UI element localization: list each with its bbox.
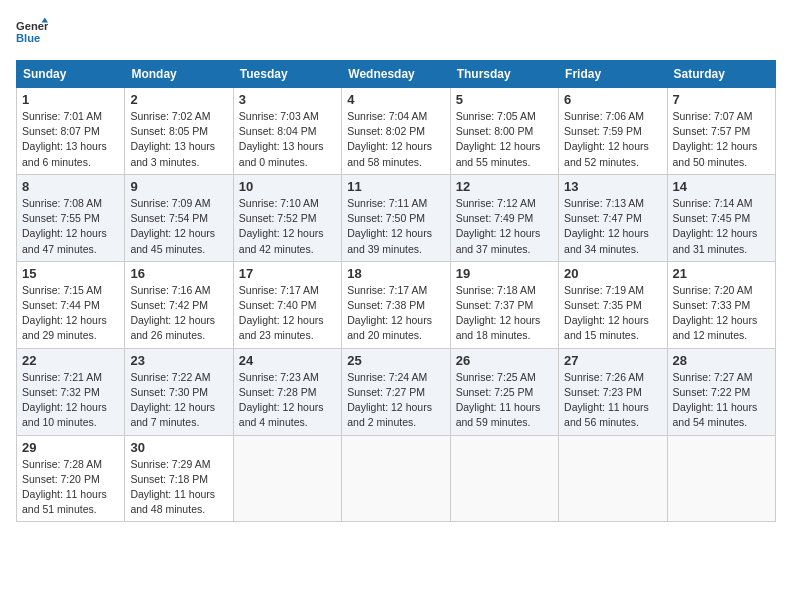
- calendar-cell: 22 Sunrise: 7:21 AM Sunset: 7:32 PM Dayl…: [17, 348, 125, 435]
- day-info: Sunrise: 7:08 AM Sunset: 7:55 PM Dayligh…: [22, 196, 119, 257]
- calendar-cell: [450, 435, 558, 522]
- weekday-header-wednesday: Wednesday: [342, 61, 450, 88]
- day-info: Sunrise: 7:20 AM Sunset: 7:33 PM Dayligh…: [673, 283, 770, 344]
- calendar-cell: [233, 435, 341, 522]
- day-number: 9: [130, 179, 227, 194]
- day-number: 19: [456, 266, 553, 281]
- day-number: 23: [130, 353, 227, 368]
- weekday-header-tuesday: Tuesday: [233, 61, 341, 88]
- day-number: 25: [347, 353, 444, 368]
- day-info: Sunrise: 7:10 AM Sunset: 7:52 PM Dayligh…: [239, 196, 336, 257]
- weekday-header-friday: Friday: [559, 61, 667, 88]
- calendar-cell: 8 Sunrise: 7:08 AM Sunset: 7:55 PM Dayli…: [17, 174, 125, 261]
- day-number: 2: [130, 92, 227, 107]
- day-number: 28: [673, 353, 770, 368]
- calendar-cell: [559, 435, 667, 522]
- day-info: Sunrise: 7:13 AM Sunset: 7:47 PM Dayligh…: [564, 196, 661, 257]
- calendar-cell: 12 Sunrise: 7:12 AM Sunset: 7:49 PM Dayl…: [450, 174, 558, 261]
- calendar-cell: 27 Sunrise: 7:26 AM Sunset: 7:23 PM Dayl…: [559, 348, 667, 435]
- calendar-cell: 13 Sunrise: 7:13 AM Sunset: 7:47 PM Dayl…: [559, 174, 667, 261]
- day-number: 22: [22, 353, 119, 368]
- day-number: 5: [456, 92, 553, 107]
- day-info: Sunrise: 7:25 AM Sunset: 7:25 PM Dayligh…: [456, 370, 553, 431]
- day-number: 13: [564, 179, 661, 194]
- calendar-cell: 6 Sunrise: 7:06 AM Sunset: 7:59 PM Dayli…: [559, 88, 667, 175]
- day-info: Sunrise: 7:19 AM Sunset: 7:35 PM Dayligh…: [564, 283, 661, 344]
- calendar-cell: 23 Sunrise: 7:22 AM Sunset: 7:30 PM Dayl…: [125, 348, 233, 435]
- calendar-cell: 26 Sunrise: 7:25 AM Sunset: 7:25 PM Dayl…: [450, 348, 558, 435]
- logo-icon: General Blue: [16, 16, 48, 48]
- day-info: Sunrise: 7:01 AM Sunset: 8:07 PM Dayligh…: [22, 109, 119, 170]
- calendar-cell: 5 Sunrise: 7:05 AM Sunset: 8:00 PM Dayli…: [450, 88, 558, 175]
- day-info: Sunrise: 7:12 AM Sunset: 7:49 PM Dayligh…: [456, 196, 553, 257]
- day-info: Sunrise: 7:03 AM Sunset: 8:04 PM Dayligh…: [239, 109, 336, 170]
- day-number: 24: [239, 353, 336, 368]
- weekday-header-saturday: Saturday: [667, 61, 775, 88]
- day-number: 3: [239, 92, 336, 107]
- day-info: Sunrise: 7:22 AM Sunset: 7:30 PM Dayligh…: [130, 370, 227, 431]
- calendar-cell: 7 Sunrise: 7:07 AM Sunset: 7:57 PM Dayli…: [667, 88, 775, 175]
- day-number: 27: [564, 353, 661, 368]
- day-info: Sunrise: 7:28 AM Sunset: 7:20 PM Dayligh…: [22, 457, 119, 518]
- day-info: Sunrise: 7:23 AM Sunset: 7:28 PM Dayligh…: [239, 370, 336, 431]
- day-info: Sunrise: 7:24 AM Sunset: 7:27 PM Dayligh…: [347, 370, 444, 431]
- day-number: 15: [22, 266, 119, 281]
- weekday-header-thursday: Thursday: [450, 61, 558, 88]
- day-info: Sunrise: 7:09 AM Sunset: 7:54 PM Dayligh…: [130, 196, 227, 257]
- day-number: 30: [130, 440, 227, 455]
- page-header: General Blue: [16, 16, 776, 48]
- day-info: Sunrise: 7:18 AM Sunset: 7:37 PM Dayligh…: [456, 283, 553, 344]
- calendar-cell: 20 Sunrise: 7:19 AM Sunset: 7:35 PM Dayl…: [559, 261, 667, 348]
- weekday-header-monday: Monday: [125, 61, 233, 88]
- calendar-cell: 24 Sunrise: 7:23 AM Sunset: 7:28 PM Dayl…: [233, 348, 341, 435]
- day-number: 8: [22, 179, 119, 194]
- calendar-cell: 9 Sunrise: 7:09 AM Sunset: 7:54 PM Dayli…: [125, 174, 233, 261]
- day-info: Sunrise: 7:29 AM Sunset: 7:18 PM Dayligh…: [130, 457, 227, 518]
- calendar-cell: [342, 435, 450, 522]
- day-info: Sunrise: 7:16 AM Sunset: 7:42 PM Dayligh…: [130, 283, 227, 344]
- day-number: 1: [22, 92, 119, 107]
- day-info: Sunrise: 7:11 AM Sunset: 7:50 PM Dayligh…: [347, 196, 444, 257]
- calendar-cell: 28 Sunrise: 7:27 AM Sunset: 7:22 PM Dayl…: [667, 348, 775, 435]
- calendar-cell: 19 Sunrise: 7:18 AM Sunset: 7:37 PM Dayl…: [450, 261, 558, 348]
- day-number: 21: [673, 266, 770, 281]
- day-number: 6: [564, 92, 661, 107]
- calendar-cell: 18 Sunrise: 7:17 AM Sunset: 7:38 PM Dayl…: [342, 261, 450, 348]
- calendar-cell: 17 Sunrise: 7:17 AM Sunset: 7:40 PM Dayl…: [233, 261, 341, 348]
- day-info: Sunrise: 7:04 AM Sunset: 8:02 PM Dayligh…: [347, 109, 444, 170]
- calendar-cell: 10 Sunrise: 7:10 AM Sunset: 7:52 PM Dayl…: [233, 174, 341, 261]
- calendar-cell: 29 Sunrise: 7:28 AM Sunset: 7:20 PM Dayl…: [17, 435, 125, 522]
- weekday-header-sunday: Sunday: [17, 61, 125, 88]
- day-info: Sunrise: 7:26 AM Sunset: 7:23 PM Dayligh…: [564, 370, 661, 431]
- day-number: 11: [347, 179, 444, 194]
- calendar: SundayMondayTuesdayWednesdayThursdayFrid…: [16, 60, 776, 522]
- day-info: Sunrise: 7:21 AM Sunset: 7:32 PM Dayligh…: [22, 370, 119, 431]
- calendar-cell: 14 Sunrise: 7:14 AM Sunset: 7:45 PM Dayl…: [667, 174, 775, 261]
- calendar-cell: 21 Sunrise: 7:20 AM Sunset: 7:33 PM Dayl…: [667, 261, 775, 348]
- day-info: Sunrise: 7:17 AM Sunset: 7:38 PM Dayligh…: [347, 283, 444, 344]
- day-number: 17: [239, 266, 336, 281]
- day-number: 26: [456, 353, 553, 368]
- calendar-cell: 1 Sunrise: 7:01 AM Sunset: 8:07 PM Dayli…: [17, 88, 125, 175]
- day-info: Sunrise: 7:06 AM Sunset: 7:59 PM Dayligh…: [564, 109, 661, 170]
- day-number: 12: [456, 179, 553, 194]
- calendar-cell: 3 Sunrise: 7:03 AM Sunset: 8:04 PM Dayli…: [233, 88, 341, 175]
- day-number: 16: [130, 266, 227, 281]
- calendar-cell: 11 Sunrise: 7:11 AM Sunset: 7:50 PM Dayl…: [342, 174, 450, 261]
- day-info: Sunrise: 7:17 AM Sunset: 7:40 PM Dayligh…: [239, 283, 336, 344]
- day-info: Sunrise: 7:14 AM Sunset: 7:45 PM Dayligh…: [673, 196, 770, 257]
- day-info: Sunrise: 7:07 AM Sunset: 7:57 PM Dayligh…: [673, 109, 770, 170]
- day-number: 18: [347, 266, 444, 281]
- day-info: Sunrise: 7:05 AM Sunset: 8:00 PM Dayligh…: [456, 109, 553, 170]
- calendar-cell: [667, 435, 775, 522]
- calendar-cell: 25 Sunrise: 7:24 AM Sunset: 7:27 PM Dayl…: [342, 348, 450, 435]
- day-info: Sunrise: 7:27 AM Sunset: 7:22 PM Dayligh…: [673, 370, 770, 431]
- day-info: Sunrise: 7:15 AM Sunset: 7:44 PM Dayligh…: [22, 283, 119, 344]
- day-number: 14: [673, 179, 770, 194]
- calendar-cell: 4 Sunrise: 7:04 AM Sunset: 8:02 PM Dayli…: [342, 88, 450, 175]
- day-number: 10: [239, 179, 336, 194]
- day-info: Sunrise: 7:02 AM Sunset: 8:05 PM Dayligh…: [130, 109, 227, 170]
- day-number: 7: [673, 92, 770, 107]
- calendar-cell: 16 Sunrise: 7:16 AM Sunset: 7:42 PM Dayl…: [125, 261, 233, 348]
- calendar-cell: 30 Sunrise: 7:29 AM Sunset: 7:18 PM Dayl…: [125, 435, 233, 522]
